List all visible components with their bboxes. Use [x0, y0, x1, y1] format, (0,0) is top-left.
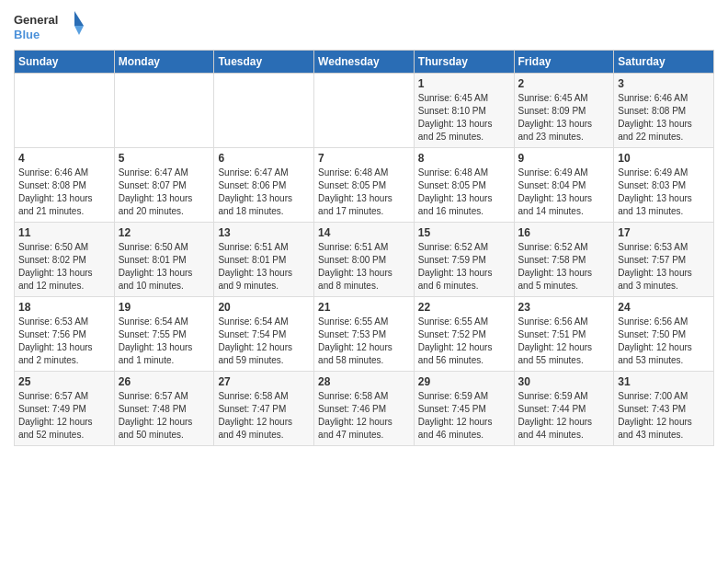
calendar-cell: 23Sunrise: 6:56 AM Sunset: 7:51 PM Dayli… [514, 297, 614, 372]
calendar-week-row: 1Sunrise: 6:45 AM Sunset: 8:10 PM Daylig… [15, 74, 714, 148]
cell-content: Sunrise: 6:53 AM Sunset: 7:56 PM Dayligh… [18, 316, 110, 367]
cell-content: Sunrise: 6:46 AM Sunset: 8:08 PM Dayligh… [18, 167, 110, 218]
calendar-cell: 25Sunrise: 6:57 AM Sunset: 7:49 PM Dayli… [15, 372, 115, 446]
day-number: 4 [18, 152, 110, 165]
calendar-cell: 20Sunrise: 6:54 AM Sunset: 7:54 PM Dayli… [214, 297, 314, 372]
calendar-cell: 14Sunrise: 6:51 AM Sunset: 8:00 PM Dayli… [314, 223, 415, 297]
calendar-cell: 31Sunrise: 7:00 AM Sunset: 7:43 PM Dayli… [614, 372, 714, 446]
calendar-cell: 9Sunrise: 6:49 AM Sunset: 8:04 PM Daylig… [514, 148, 614, 223]
header-saturday: Saturday [614, 51, 714, 74]
calendar-cell: 11Sunrise: 6:50 AM Sunset: 8:02 PM Dayli… [15, 223, 115, 297]
calendar-cell: 5Sunrise: 6:47 AM Sunset: 8:07 PM Daylig… [114, 148, 214, 223]
day-number: 24 [618, 301, 710, 314]
day-number: 11 [18, 226, 110, 239]
calendar-cell: 8Sunrise: 6:48 AM Sunset: 8:05 PM Daylig… [414, 148, 514, 223]
cell-content: Sunrise: 6:48 AM Sunset: 8:05 PM Dayligh… [418, 167, 510, 218]
calendar-cell: 22Sunrise: 6:55 AM Sunset: 7:52 PM Dayli… [414, 297, 514, 372]
day-number: 29 [418, 375, 510, 388]
svg-marker-3 [74, 26, 84, 35]
calendar-week-row: 25Sunrise: 6:57 AM Sunset: 7:49 PM Dayli… [15, 372, 714, 446]
cell-content: Sunrise: 6:53 AM Sunset: 7:57 PM Dayligh… [618, 241, 710, 293]
calendar-cell [214, 74, 314, 148]
header-wednesday: Wednesday [314, 51, 415, 74]
cell-content: Sunrise: 6:55 AM Sunset: 7:52 PM Dayligh… [418, 316, 510, 367]
calendar-cell: 3Sunrise: 6:46 AM Sunset: 8:08 PM Daylig… [614, 74, 714, 148]
cell-content: Sunrise: 6:46 AM Sunset: 8:08 PM Dayligh… [618, 92, 710, 144]
cell-content: Sunrise: 6:50 AM Sunset: 8:01 PM Dayligh… [119, 241, 210, 293]
logo-svg: General Blue [14, 9, 87, 44]
cell-content: Sunrise: 6:59 AM Sunset: 7:44 PM Dayligh… [518, 390, 610, 442]
calendar-cell: 26Sunrise: 6:57 AM Sunset: 7:48 PM Dayli… [114, 372, 214, 446]
cell-content: Sunrise: 6:47 AM Sunset: 8:07 PM Dayligh… [119, 167, 210, 218]
svg-text:Blue: Blue [14, 28, 40, 41]
calendar-cell: 19Sunrise: 6:54 AM Sunset: 7:55 PM Dayli… [114, 297, 214, 372]
calendar-cell: 17Sunrise: 6:53 AM Sunset: 7:57 PM Dayli… [614, 223, 714, 297]
day-number: 9 [518, 152, 610, 165]
day-number: 23 [518, 301, 610, 314]
calendar-cell: 1Sunrise: 6:45 AM Sunset: 8:10 PM Daylig… [414, 74, 514, 148]
calendar-cell: 12Sunrise: 6:50 AM Sunset: 8:01 PM Dayli… [114, 223, 214, 297]
calendar-cell: 7Sunrise: 6:48 AM Sunset: 8:05 PM Daylig… [314, 148, 415, 223]
cell-content: Sunrise: 6:58 AM Sunset: 7:47 PM Dayligh… [218, 390, 310, 442]
page-header: General Blue [14, 9, 714, 44]
day-number: 13 [218, 226, 310, 239]
cell-content: Sunrise: 6:47 AM Sunset: 8:06 PM Dayligh… [218, 167, 310, 218]
calendar-cell: 4Sunrise: 6:46 AM Sunset: 8:08 PM Daylig… [15, 148, 115, 223]
calendar-cell [114, 74, 214, 148]
day-number: 30 [518, 375, 610, 388]
day-number: 18 [18, 301, 110, 314]
day-number: 26 [119, 375, 210, 388]
calendar-cell: 6Sunrise: 6:47 AM Sunset: 8:06 PM Daylig… [214, 148, 314, 223]
calendar-week-row: 11Sunrise: 6:50 AM Sunset: 8:02 PM Dayli… [15, 223, 714, 297]
cell-content: Sunrise: 6:59 AM Sunset: 7:45 PM Dayligh… [418, 390, 510, 442]
calendar-cell: 15Sunrise: 6:52 AM Sunset: 7:59 PM Dayli… [414, 223, 514, 297]
cell-content: Sunrise: 6:51 AM Sunset: 8:00 PM Dayligh… [318, 241, 410, 293]
day-number: 28 [318, 375, 410, 388]
day-number: 12 [119, 226, 210, 239]
day-number: 10 [618, 152, 710, 165]
cell-content: Sunrise: 6:51 AM Sunset: 8:01 PM Dayligh… [218, 241, 310, 293]
day-number: 1 [418, 77, 510, 90]
header-friday: Friday [514, 51, 614, 74]
calendar-cell [314, 74, 415, 148]
header-monday: Monday [114, 51, 214, 74]
svg-text:General: General [14, 13, 58, 27]
calendar-week-row: 4Sunrise: 6:46 AM Sunset: 8:08 PM Daylig… [15, 148, 714, 223]
svg-marker-2 [74, 11, 84, 26]
header-thursday: Thursday [414, 51, 514, 74]
calendar-table: SundayMondayTuesdayWednesdayThursdayFrid… [14, 50, 714, 446]
calendar-cell: 28Sunrise: 6:58 AM Sunset: 7:46 PM Dayli… [314, 372, 415, 446]
day-number: 3 [618, 77, 710, 90]
header-sunday: Sunday [15, 51, 115, 74]
cell-content: Sunrise: 6:54 AM Sunset: 7:55 PM Dayligh… [119, 316, 210, 367]
cell-content: Sunrise: 7:00 AM Sunset: 7:43 PM Dayligh… [618, 390, 710, 442]
day-number: 14 [318, 226, 410, 239]
cell-content: Sunrise: 6:52 AM Sunset: 7:59 PM Dayligh… [418, 241, 510, 293]
calendar-cell: 21Sunrise: 6:55 AM Sunset: 7:53 PM Dayli… [314, 297, 415, 372]
calendar-cell: 10Sunrise: 6:49 AM Sunset: 8:03 PM Dayli… [614, 148, 714, 223]
day-number: 17 [618, 226, 710, 239]
calendar-cell: 24Sunrise: 6:56 AM Sunset: 7:50 PM Dayli… [614, 297, 714, 372]
day-number: 21 [318, 301, 410, 314]
cell-content: Sunrise: 6:49 AM Sunset: 8:03 PM Dayligh… [618, 167, 710, 218]
cell-content: Sunrise: 6:48 AM Sunset: 8:05 PM Dayligh… [318, 167, 410, 218]
calendar-cell: 2Sunrise: 6:45 AM Sunset: 8:09 PM Daylig… [514, 74, 614, 148]
cell-content: Sunrise: 6:56 AM Sunset: 7:50 PM Dayligh… [618, 316, 710, 367]
cell-content: Sunrise: 6:54 AM Sunset: 7:54 PM Dayligh… [218, 316, 310, 367]
day-number: 7 [318, 152, 410, 165]
day-number: 5 [119, 152, 210, 165]
day-number: 8 [418, 152, 510, 165]
calendar-header-row: SundayMondayTuesdayWednesdayThursdayFrid… [15, 51, 714, 74]
calendar-cell: 16Sunrise: 6:52 AM Sunset: 7:58 PM Dayli… [514, 223, 614, 297]
cell-content: Sunrise: 6:57 AM Sunset: 7:48 PM Dayligh… [119, 390, 210, 442]
day-number: 25 [18, 375, 110, 388]
cell-content: Sunrise: 6:50 AM Sunset: 8:02 PM Dayligh… [18, 241, 110, 293]
cell-content: Sunrise: 6:52 AM Sunset: 7:58 PM Dayligh… [518, 241, 610, 293]
cell-content: Sunrise: 6:49 AM Sunset: 8:04 PM Dayligh… [518, 167, 610, 218]
day-number: 16 [518, 226, 610, 239]
cell-content: Sunrise: 6:45 AM Sunset: 8:09 PM Dayligh… [518, 92, 610, 144]
calendar-cell: 27Sunrise: 6:58 AM Sunset: 7:47 PM Dayli… [214, 372, 314, 446]
day-number: 22 [418, 301, 510, 314]
calendar-cell: 30Sunrise: 6:59 AM Sunset: 7:44 PM Dayli… [514, 372, 614, 446]
day-number: 31 [618, 375, 710, 388]
